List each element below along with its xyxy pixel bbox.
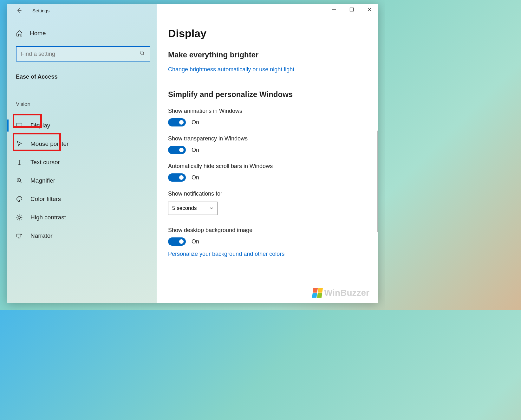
toggle-row-scrollbars: On [157, 170, 378, 182]
search-icon [140, 50, 145, 57]
sidebar: Settings Home Ease of Access Vision Disp… [7, 4, 157, 303]
nav-label: Narrator [30, 232, 53, 239]
toggle-background[interactable] [168, 237, 186, 246]
nav-label: Magnifier [30, 177, 55, 184]
svg-rect-1 [17, 123, 22, 127]
svg-rect-9 [350, 8, 354, 11]
toggle-state: On [192, 147, 199, 153]
nav-label: High contrast [30, 214, 66, 221]
scrollbar[interactable] [377, 131, 378, 232]
toggle-row-transparency: On [157, 142, 378, 154]
search-input[interactable] [21, 51, 140, 57]
svg-point-0 [140, 51, 144, 55]
group-vision-label: Vision [7, 80, 30, 107]
toggle-row-background: On [157, 234, 378, 246]
label-scrollbars: Automatically hide scroll bars in Window… [157, 154, 378, 170]
text-cursor-icon [16, 159, 23, 166]
toggle-animations[interactable] [168, 118, 186, 126]
nav-label: Color filters [30, 196, 61, 203]
svg-point-3 [18, 199, 18, 199]
link-personalize[interactable]: Personalize your background and other co… [157, 246, 284, 257]
cursor-icon [16, 140, 23, 147]
section-brightness-heading: Make everything brighter [157, 40, 378, 59]
sidebar-item-mouse-pointer[interactable]: Mouse pointer [7, 135, 157, 153]
brightness-icon [16, 214, 23, 221]
titlebar-left: Settings [7, 4, 157, 17]
close-button[interactable] [361, 4, 378, 15]
dropdown-notifications[interactable]: 5 seconds [168, 202, 218, 215]
arrow-left-icon [16, 7, 22, 14]
category-label: Ease of Access [7, 61, 157, 80]
display-icon [16, 122, 23, 129]
label-transparency: Show transparency in Windows [157, 126, 378, 142]
minimize-icon [332, 7, 336, 12]
sidebar-item-high-contrast[interactable]: High contrast [7, 208, 157, 227]
toggle-transparency[interactable] [168, 146, 186, 154]
search-box[interactable] [16, 46, 150, 61]
maximize-button[interactable] [343, 4, 361, 15]
dropdown-value: 5 seconds [172, 205, 197, 211]
palette-icon [16, 196, 23, 203]
label-animations: Show animations in Windows [157, 99, 378, 114]
home-label: Home [30, 30, 46, 37]
nav-label: Display [30, 122, 50, 129]
toggle-state: On [192, 174, 199, 181]
close-icon [367, 7, 372, 12]
svg-point-8 [21, 234, 22, 235]
settings-window: Settings Home Ease of Access Vision Disp… [7, 4, 378, 303]
sidebar-item-narrator[interactable]: Narrator [7, 227, 157, 245]
window-title: Settings [32, 8, 49, 13]
link-brightness[interactable]: Change brightness automatically or use n… [157, 59, 294, 73]
svg-point-6 [18, 216, 20, 218]
watermark: WinBuzzer [313, 288, 369, 298]
nav-list: Display Mouse pointer Text cursor Magnif… [7, 116, 157, 245]
svg-point-4 [18, 197, 19, 198]
sidebar-item-text-cursor[interactable]: Text cursor [7, 153, 157, 171]
toggle-state: On [192, 238, 199, 245]
window-controls [325, 4, 378, 15]
minimize-button[interactable] [325, 4, 343, 15]
label-notifications: Show notifications for [157, 182, 378, 197]
nav-label: Text cursor [30, 159, 60, 166]
toggle-row-animations: On [157, 114, 378, 126]
sidebar-item-color-filters[interactable]: Color filters [7, 190, 157, 208]
back-button[interactable] [15, 7, 23, 14]
section-simplify-heading: Simplify and personalize Windows [157, 73, 378, 99]
sidebar-item-magnifier[interactable]: Magnifier [7, 171, 157, 190]
sidebar-home[interactable]: Home [7, 17, 157, 37]
toggle-state: On [192, 119, 199, 126]
nav-label: Mouse pointer [30, 140, 68, 147]
watermark-logo-icon [312, 288, 323, 298]
content-pane: Display Make everything brighter Change … [157, 4, 378, 303]
narrator-icon [16, 232, 23, 239]
watermark-text: WinBuzzer [324, 288, 369, 298]
magnifier-icon [16, 177, 23, 184]
svg-rect-7 [17, 234, 21, 237]
toggle-scrollbars[interactable] [168, 173, 186, 182]
svg-point-5 [20, 197, 21, 198]
maximize-icon [349, 7, 354, 12]
label-background: Show desktop background image [157, 215, 378, 234]
sidebar-item-display[interactable]: Display [7, 116, 157, 135]
home-icon [16, 30, 23, 37]
chevron-down-icon [210, 206, 213, 210]
